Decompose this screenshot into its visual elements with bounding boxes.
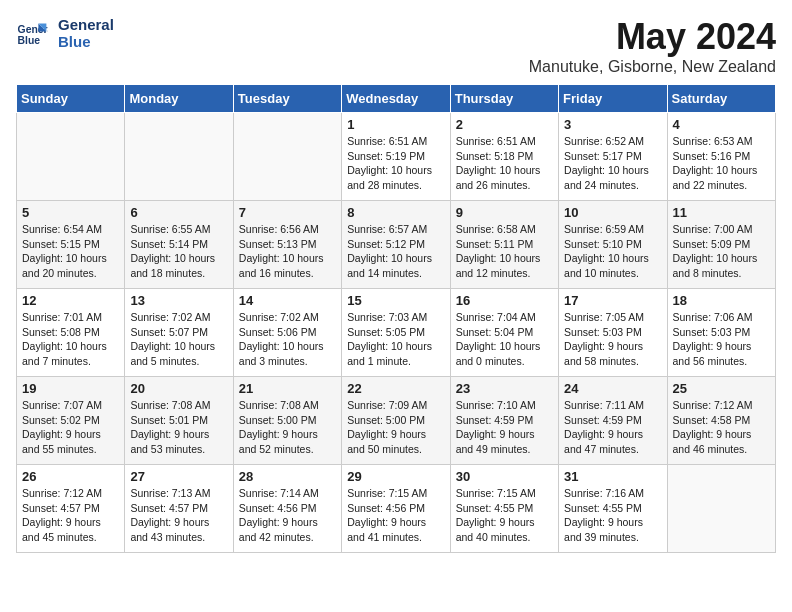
calendar-cell: 20Sunrise: 7:08 AM Sunset: 5:01 PM Dayli… [125,377,233,465]
day-detail: Sunrise: 6:54 AM Sunset: 5:15 PM Dayligh… [22,222,119,281]
column-header-thursday: Thursday [450,85,558,113]
day-detail: Sunrise: 7:15 AM Sunset: 4:55 PM Dayligh… [456,486,553,545]
calendar-cell [125,113,233,201]
day-number: 4 [673,117,770,132]
day-detail: Sunrise: 6:58 AM Sunset: 5:11 PM Dayligh… [456,222,553,281]
calendar-cell: 7Sunrise: 6:56 AM Sunset: 5:13 PM Daylig… [233,201,341,289]
calendar-cell [17,113,125,201]
calendar-week-row: 5Sunrise: 6:54 AM Sunset: 5:15 PM Daylig… [17,201,776,289]
logo-icon: General Blue [16,17,48,49]
day-detail: Sunrise: 7:06 AM Sunset: 5:03 PM Dayligh… [673,310,770,369]
day-detail: Sunrise: 7:16 AM Sunset: 4:55 PM Dayligh… [564,486,661,545]
column-header-wednesday: Wednesday [342,85,450,113]
calendar-week-row: 12Sunrise: 7:01 AM Sunset: 5:08 PM Dayli… [17,289,776,377]
day-detail: Sunrise: 7:13 AM Sunset: 4:57 PM Dayligh… [130,486,227,545]
calendar-cell: 10Sunrise: 6:59 AM Sunset: 5:10 PM Dayli… [559,201,667,289]
day-number: 12 [22,293,119,308]
day-number: 16 [456,293,553,308]
day-number: 18 [673,293,770,308]
day-detail: Sunrise: 6:51 AM Sunset: 5:18 PM Dayligh… [456,134,553,193]
day-detail: Sunrise: 7:03 AM Sunset: 5:05 PM Dayligh… [347,310,444,369]
day-detail: Sunrise: 6:56 AM Sunset: 5:13 PM Dayligh… [239,222,336,281]
calendar-table: SundayMondayTuesdayWednesdayThursdayFrid… [16,84,776,553]
day-number: 6 [130,205,227,220]
calendar-cell [667,465,775,553]
day-number: 27 [130,469,227,484]
logo: General Blue General Blue [16,16,114,50]
calendar-header-row: SundayMondayTuesdayWednesdayThursdayFrid… [17,85,776,113]
day-number: 22 [347,381,444,396]
day-number: 24 [564,381,661,396]
calendar-cell: 26Sunrise: 7:12 AM Sunset: 4:57 PM Dayli… [17,465,125,553]
calendar-cell: 1Sunrise: 6:51 AM Sunset: 5:19 PM Daylig… [342,113,450,201]
title-area: May 2024 Manutuke, Gisborne, New Zealand [529,16,776,76]
day-detail: Sunrise: 6:59 AM Sunset: 5:10 PM Dayligh… [564,222,661,281]
day-detail: Sunrise: 6:52 AM Sunset: 5:17 PM Dayligh… [564,134,661,193]
day-detail: Sunrise: 7:12 AM Sunset: 4:57 PM Dayligh… [22,486,119,545]
calendar-cell: 16Sunrise: 7:04 AM Sunset: 5:04 PM Dayli… [450,289,558,377]
column-header-sunday: Sunday [17,85,125,113]
day-number: 19 [22,381,119,396]
calendar-cell: 13Sunrise: 7:02 AM Sunset: 5:07 PM Dayli… [125,289,233,377]
logo-text-blue: Blue [58,33,114,50]
calendar-cell: 28Sunrise: 7:14 AM Sunset: 4:56 PM Dayli… [233,465,341,553]
calendar-cell: 12Sunrise: 7:01 AM Sunset: 5:08 PM Dayli… [17,289,125,377]
day-detail: Sunrise: 7:08 AM Sunset: 5:01 PM Dayligh… [130,398,227,457]
calendar-cell: 15Sunrise: 7:03 AM Sunset: 5:05 PM Dayli… [342,289,450,377]
day-number: 7 [239,205,336,220]
calendar-cell: 27Sunrise: 7:13 AM Sunset: 4:57 PM Dayli… [125,465,233,553]
calendar-cell: 3Sunrise: 6:52 AM Sunset: 5:17 PM Daylig… [559,113,667,201]
day-number: 8 [347,205,444,220]
day-detail: Sunrise: 7:07 AM Sunset: 5:02 PM Dayligh… [22,398,119,457]
day-detail: Sunrise: 7:04 AM Sunset: 5:04 PM Dayligh… [456,310,553,369]
day-detail: Sunrise: 7:11 AM Sunset: 4:59 PM Dayligh… [564,398,661,457]
day-detail: Sunrise: 7:09 AM Sunset: 5:00 PM Dayligh… [347,398,444,457]
day-number: 11 [673,205,770,220]
day-detail: Sunrise: 7:12 AM Sunset: 4:58 PM Dayligh… [673,398,770,457]
calendar-cell: 25Sunrise: 7:12 AM Sunset: 4:58 PM Dayli… [667,377,775,465]
day-detail: Sunrise: 7:10 AM Sunset: 4:59 PM Dayligh… [456,398,553,457]
calendar-cell [233,113,341,201]
day-number: 23 [456,381,553,396]
day-number: 10 [564,205,661,220]
calendar-week-row: 19Sunrise: 7:07 AM Sunset: 5:02 PM Dayli… [17,377,776,465]
calendar-cell: 30Sunrise: 7:15 AM Sunset: 4:55 PM Dayli… [450,465,558,553]
day-number: 1 [347,117,444,132]
month-title: May 2024 [529,16,776,58]
calendar-cell: 9Sunrise: 6:58 AM Sunset: 5:11 PM Daylig… [450,201,558,289]
day-number: 26 [22,469,119,484]
page-header: General Blue General Blue May 2024 Manut… [16,16,776,76]
calendar-cell: 5Sunrise: 6:54 AM Sunset: 5:15 PM Daylig… [17,201,125,289]
day-detail: Sunrise: 6:57 AM Sunset: 5:12 PM Dayligh… [347,222,444,281]
day-number: 31 [564,469,661,484]
calendar-cell: 17Sunrise: 7:05 AM Sunset: 5:03 PM Dayli… [559,289,667,377]
day-number: 30 [456,469,553,484]
day-number: 29 [347,469,444,484]
day-detail: Sunrise: 7:00 AM Sunset: 5:09 PM Dayligh… [673,222,770,281]
day-detail: Sunrise: 6:55 AM Sunset: 5:14 PM Dayligh… [130,222,227,281]
day-detail: Sunrise: 7:02 AM Sunset: 5:07 PM Dayligh… [130,310,227,369]
calendar-cell: 24Sunrise: 7:11 AM Sunset: 4:59 PM Dayli… [559,377,667,465]
day-number: 2 [456,117,553,132]
day-detail: Sunrise: 7:02 AM Sunset: 5:06 PM Dayligh… [239,310,336,369]
day-detail: Sunrise: 6:53 AM Sunset: 5:16 PM Dayligh… [673,134,770,193]
day-number: 14 [239,293,336,308]
column-header-friday: Friday [559,85,667,113]
day-number: 9 [456,205,553,220]
day-number: 13 [130,293,227,308]
calendar-cell: 21Sunrise: 7:08 AM Sunset: 5:00 PM Dayli… [233,377,341,465]
calendar-week-row: 26Sunrise: 7:12 AM Sunset: 4:57 PM Dayli… [17,465,776,553]
day-number: 20 [130,381,227,396]
calendar-cell: 19Sunrise: 7:07 AM Sunset: 5:02 PM Dayli… [17,377,125,465]
day-number: 15 [347,293,444,308]
column-header-saturday: Saturday [667,85,775,113]
calendar-week-row: 1Sunrise: 6:51 AM Sunset: 5:19 PM Daylig… [17,113,776,201]
day-number: 28 [239,469,336,484]
day-detail: Sunrise: 7:08 AM Sunset: 5:00 PM Dayligh… [239,398,336,457]
day-detail: Sunrise: 7:15 AM Sunset: 4:56 PM Dayligh… [347,486,444,545]
calendar-cell: 14Sunrise: 7:02 AM Sunset: 5:06 PM Dayli… [233,289,341,377]
calendar-cell: 31Sunrise: 7:16 AM Sunset: 4:55 PM Dayli… [559,465,667,553]
calendar-cell: 22Sunrise: 7:09 AM Sunset: 5:00 PM Dayli… [342,377,450,465]
calendar-cell: 4Sunrise: 6:53 AM Sunset: 5:16 PM Daylig… [667,113,775,201]
day-detail: Sunrise: 7:01 AM Sunset: 5:08 PM Dayligh… [22,310,119,369]
